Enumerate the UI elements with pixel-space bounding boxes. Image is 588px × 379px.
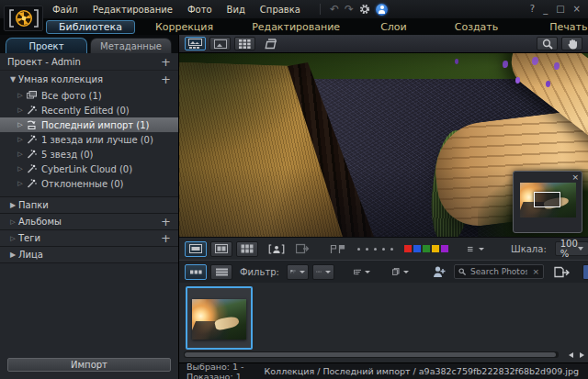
zoom-tool-button[interactable] bbox=[537, 37, 558, 50]
expand-closed-icon[interactable]: ▷ bbox=[15, 92, 26, 99]
expand-closed-icon[interactable]: ▶ bbox=[7, 201, 18, 209]
zoom-level-dropdown[interactable]: 100 % bbox=[555, 241, 588, 256]
expand-closed-icon[interactable]: ▷ bbox=[15, 180, 26, 187]
tree-item-5-stars[interactable]: ▷ 5 звезд (0) bbox=[0, 147, 178, 162]
tab-metadata[interactable]: Метаданные bbox=[90, 38, 172, 53]
tab-library[interactable]: Библиотека bbox=[46, 20, 135, 34]
search-input[interactable] bbox=[469, 266, 529, 277]
view-single-photo-button[interactable] bbox=[209, 37, 231, 50]
view-photo-filmstrip-button[interactable] bbox=[185, 37, 206, 50]
tree-item-label: 1 звезда или лучше (0) bbox=[41, 135, 153, 145]
tree-item-cyberlink-cloud[interactable]: ▷ CyberLink Cloud (0) bbox=[0, 162, 178, 176]
expand-closed-icon[interactable]: ▷ bbox=[7, 218, 18, 226]
tab-print[interactable]: Печать bbox=[542, 20, 588, 34]
browser-list-view-button[interactable] bbox=[210, 264, 232, 280]
export-photo-button[interactable] bbox=[291, 241, 313, 257]
menu-photo[interactable]: Фото bbox=[181, 3, 219, 17]
expand-closed-icon[interactable]: ▷ bbox=[15, 106, 26, 114]
flag-filter-dropdown[interactable] bbox=[287, 264, 309, 280]
tree-item-rejected[interactable]: ▷ Отклоненные (0) bbox=[0, 176, 178, 191]
expand-closed-icon[interactable]: ▷ bbox=[15, 136, 26, 143]
help-button[interactable]: ? bbox=[530, 5, 535, 14]
grid-icon bbox=[239, 39, 251, 49]
hand-tool-button[interactable] bbox=[561, 37, 582, 50]
flags-icon[interactable] bbox=[330, 244, 346, 254]
add-smart-collection-button[interactable]: + bbox=[161, 73, 171, 85]
tree-item-label: Все фото (1) bbox=[41, 91, 102, 101]
undo-icon[interactable]: ↶ bbox=[330, 4, 339, 15]
menu-file[interactable]: Файл bbox=[46, 3, 85, 17]
scrollbar-thumb[interactable] bbox=[185, 352, 556, 357]
multi-view-icon bbox=[241, 244, 254, 253]
expand-closed-icon[interactable]: ▷ bbox=[7, 235, 18, 242]
menu-edit[interactable]: Редактирование bbox=[86, 3, 179, 17]
menu-view[interactable]: Вид bbox=[220, 3, 252, 17]
scroll-right-icon[interactable] bbox=[578, 351, 586, 359]
import-button[interactable]: Импорт bbox=[7, 358, 171, 372]
label-filter-dropdown[interactable] bbox=[312, 264, 334, 280]
section-folders[interactable]: ▶ Папки bbox=[0, 196, 178, 214]
thumbnail-image bbox=[192, 299, 246, 340]
sort-dropdown[interactable] bbox=[351, 264, 373, 280]
viewer-multi-button[interactable] bbox=[236, 241, 258, 257]
maximize-button[interactable]: □ bbox=[556, 5, 564, 14]
view-grid-button[interactable] bbox=[234, 37, 255, 50]
minimize-button[interactable]: _ bbox=[543, 5, 548, 14]
section-tags[interactable]: ▷ Теги + bbox=[0, 229, 178, 247]
tab-project[interactable]: Проект bbox=[6, 38, 87, 53]
section-albums[interactable]: ▷ Альбомы + bbox=[0, 213, 178, 230]
navigator-close-icon[interactable]: × bbox=[571, 172, 579, 183]
tab-edit[interactable]: Редактирование bbox=[244, 20, 347, 34]
tree-item-recently-edited[interactable]: ▷ Recently Edited (0) bbox=[0, 103, 178, 117]
tab-create[interactable]: Создать bbox=[447, 20, 506, 34]
add-project-button[interactable]: + bbox=[161, 56, 171, 68]
face-tag-button[interactable] bbox=[266, 241, 288, 257]
add-face-button[interactable] bbox=[428, 264, 450, 280]
search-clear-icon[interactable]: × bbox=[532, 268, 539, 276]
tree-item-1-star-or-better[interactable]: ▷ 1 звезда или лучше (0) bbox=[0, 132, 178, 147]
notification-icon[interactable] bbox=[376, 4, 388, 16]
face-tag-icon bbox=[268, 243, 285, 255]
rating-dots[interactable] bbox=[357, 248, 393, 251]
color-label-purple[interactable] bbox=[441, 245, 448, 252]
expand-closed-icon[interactable]: ▷ bbox=[15, 165, 26, 173]
export-library-button[interactable] bbox=[551, 264, 573, 280]
color-label-blue[interactable] bbox=[413, 245, 421, 252]
viewer-single-button[interactable] bbox=[185, 241, 207, 257]
expand-closed-icon[interactable]: ▶ bbox=[7, 251, 18, 259]
navigator-viewport-rect[interactable] bbox=[534, 192, 560, 207]
settings-gear-icon[interactable] bbox=[359, 4, 370, 15]
menu-help[interactable]: Справка bbox=[254, 3, 307, 17]
add-tag-button[interactable]: + bbox=[161, 232, 171, 244]
horizontal-scrollbar[interactable] bbox=[184, 351, 559, 358]
color-label-yellow[interactable] bbox=[432, 245, 439, 252]
thumbnails-icon bbox=[190, 269, 202, 275]
tab-adjustment[interactable]: Коррекция bbox=[148, 20, 220, 34]
info-list-button[interactable] bbox=[465, 241, 487, 257]
tree-item-latest-import[interactable]: ▷ Последний импорт (1) bbox=[0, 117, 178, 132]
expand-closed-icon[interactable]: ▷ bbox=[15, 121, 26, 128]
photo-viewer[interactable]: × bbox=[179, 53, 588, 237]
chevron-down-icon bbox=[479, 248, 484, 251]
add-album-button[interactable]: + bbox=[161, 216, 171, 228]
tree-item-all-photos[interactable]: ▷ Все фото (1) bbox=[0, 88, 178, 103]
stack-dropdown[interactable] bbox=[390, 264, 412, 280]
viewer-compare-button[interactable] bbox=[210, 241, 232, 257]
color-label-red[interactable] bbox=[404, 245, 412, 252]
tab-layers[interactable]: Слои bbox=[373, 20, 414, 34]
expand-closed-icon[interactable]: ▷ bbox=[15, 150, 26, 158]
facebook-button[interactable]: f bbox=[582, 264, 588, 280]
redo-icon[interactable]: ↷ bbox=[345, 4, 354, 15]
scroll-left-icon[interactable] bbox=[567, 351, 575, 359]
titlebar: Файл Редактирование Фото Вид Справка ↶ ↷… bbox=[0, 0, 588, 18]
search-box[interactable]: × bbox=[454, 264, 544, 279]
section-faces[interactable]: ▶ Лица bbox=[0, 246, 178, 263]
close-button[interactable]: × bbox=[573, 5, 581, 14]
browser-thumbnail-view-button[interactable] bbox=[185, 264, 207, 280]
expand-open-icon[interactable]: ▼ bbox=[7, 75, 18, 84]
smart-collection-row[interactable]: ▼ Умная коллекция + bbox=[0, 71, 178, 88]
photo-thumbnail-selected[interactable] bbox=[186, 286, 253, 350]
color-label-green[interactable] bbox=[423, 245, 430, 252]
rotate-view-button[interactable] bbox=[259, 37, 280, 50]
navigator-panel[interactable]: × bbox=[513, 171, 582, 233]
